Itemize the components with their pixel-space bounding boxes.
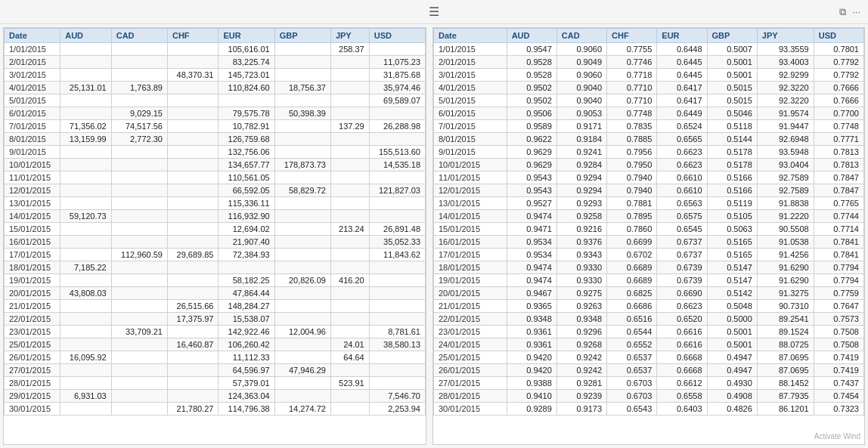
left-cell-r4-c7: 69,589.07 — [369, 94, 425, 107]
left-cell-r8-c4: 132,756.06 — [219, 146, 274, 159]
right-cell-r17-c2: 0.9330 — [556, 261, 606, 274]
left-cell-r8-c3 — [167, 146, 219, 159]
left-cell-r11-c0: 12/01/2015 — [5, 184, 60, 197]
left-cell-r23-c3: 16,460.87 — [167, 338, 219, 351]
left-cell-r21-c2 — [111, 313, 167, 326]
restore-icon[interactable]: ⧉ — [839, 6, 846, 18]
left-cell-r27-c5 — [274, 390, 330, 403]
left-cell-r7-c5 — [274, 133, 330, 146]
right-cell-r11-c5: 0.5166 — [707, 184, 757, 197]
more-icon[interactable]: ··· — [852, 6, 860, 17]
right-cell-r0-c2: 0.9060 — [556, 43, 606, 56]
right-cell-r26-c0: 27/01/2015 — [434, 377, 507, 390]
left-cell-r9-c7: 14,535.18 — [369, 159, 425, 171]
right-cell-r7-c2: 0.9184 — [556, 133, 606, 146]
right-cell-r0-c0: 1/01/2015 — [434, 43, 507, 56]
right-cell-r13-c7: 0.7744 — [814, 210, 863, 223]
right-cell-r12-c6: 91.8838 — [757, 197, 814, 210]
right-table-container[interactable]: DateAUDCADCHFEURGBPJPYUSD 1/01/20150.954… — [432, 27, 865, 445]
right-cell-r3-c4: 0.6417 — [657, 82, 707, 94]
right-cell-r8-c4: 0.6623 — [657, 146, 707, 159]
right-cell-r12-c5: 0.5119 — [707, 197, 757, 210]
left-col-header-usd: USD — [369, 29, 425, 43]
left-cell-r6-c6: 137.29 — [330, 120, 369, 133]
left-cell-r9-c2 — [111, 159, 167, 171]
table-row: 18/01/20157,185.22 — [5, 261, 426, 274]
left-cell-r20-c2 — [111, 300, 167, 313]
right-cell-r2-c7: 0.7792 — [814, 69, 863, 82]
left-cell-r18-c0: 19/01/2015 — [5, 274, 60, 287]
right-cell-r17-c4: 0.6739 — [657, 261, 707, 274]
table-row: 18/01/20150.94740.93300.66890.67390.5147… — [434, 261, 864, 274]
table-row: 15/01/20150.94710.92160.78600.65450.5063… — [434, 223, 864, 236]
left-cell-r18-c2 — [111, 274, 167, 287]
left-cell-r11-c2 — [111, 184, 167, 197]
left-cell-r6-c4: 10,782.91 — [219, 120, 274, 133]
left-cell-r0-c3 — [167, 43, 219, 56]
right-cell-r27-c7: 0.7454 — [814, 390, 863, 403]
left-cell-r1-c1 — [60, 56, 112, 69]
right-cell-r13-c1: 0.9474 — [507, 210, 556, 223]
table-row: 25/01/20150.94200.92420.65370.66680.4947… — [434, 351, 864, 364]
left-cell-r20-c6 — [330, 300, 369, 313]
left-cell-r2-c2 — [111, 69, 167, 82]
right-cell-r10-c6: 92.7589 — [757, 171, 814, 184]
left-cell-r25-c1 — [60, 364, 112, 377]
right-cell-r7-c6: 92.6948 — [757, 133, 814, 146]
right-cell-r26-c2: 0.9281 — [556, 377, 606, 390]
right-cell-r18-c7: 0.7794 — [814, 274, 863, 287]
right-cell-r21-c0: 22/01/2015 — [434, 313, 507, 326]
right-cell-r22-c5: 0.5001 — [707, 326, 757, 338]
left-cell-r12-c7 — [369, 197, 425, 210]
table-row: 2/01/20150.95280.90490.77460.64450.50019… — [434, 56, 864, 69]
right-cell-r8-c6: 93.5948 — [757, 146, 814, 159]
left-cell-r19-c5 — [274, 287, 330, 300]
right-cell-r27-c2: 0.9239 — [556, 390, 606, 403]
right-cell-r23-c2: 0.9268 — [556, 338, 606, 351]
right-cell-r19-c1: 0.9467 — [507, 287, 556, 300]
main-window: ☰ ⧉ ··· DateAUDCADCHFEURGBPJPYUSD 1/01/2… — [0, 0, 868, 448]
left-cell-r1-c6 — [330, 56, 369, 69]
left-cell-r5-c4: 79,575.78 — [219, 107, 274, 120]
left-cell-r10-c4: 110,561.05 — [219, 171, 274, 184]
table-row: 26/01/20150.94200.92420.65370.66680.4947… — [434, 364, 864, 377]
left-col-header-aud: AUD — [60, 29, 112, 43]
right-cell-r8-c2: 0.9241 — [556, 146, 606, 159]
right-cell-r24-c3: 0.6537 — [607, 351, 657, 364]
right-cell-r23-c0: 24/01/2015 — [434, 338, 507, 351]
left-cell-r17-c2 — [111, 261, 167, 274]
left-cell-r16-c5 — [274, 249, 330, 261]
right-cell-r13-c0: 14/01/2015 — [434, 210, 507, 223]
right-cell-r18-c2: 0.9330 — [556, 274, 606, 287]
right-cell-r5-c1: 0.9506 — [507, 107, 556, 120]
table-row: 6/01/20159,029.1579,575.7850,398.39 — [5, 107, 426, 120]
right-cell-r10-c2: 0.9294 — [556, 171, 606, 184]
table-row: 17/01/2015112,960.5929,689.8572,384.9311… — [5, 249, 426, 261]
left-cell-r25-c4: 64,596.97 — [219, 364, 274, 377]
left-cell-r12-c6 — [330, 197, 369, 210]
right-cell-r11-c1: 0.9543 — [507, 184, 556, 197]
left-table-container[interactable]: DateAUDCADCHFEURGBPJPYUSD 1/01/2015105,6… — [3, 27, 426, 445]
left-cell-r2-c7: 31,875.68 — [369, 69, 425, 82]
right-cell-r4-c1: 0.9502 — [507, 94, 556, 107]
right-cell-r15-c5: 0.5165 — [707, 236, 757, 249]
table-row: 4/01/20150.95020.90400.77100.64170.50159… — [434, 82, 864, 94]
right-cell-r24-c6: 87.0695 — [757, 351, 814, 364]
right-cell-r28-c7: 0.7323 — [814, 403, 863, 416]
right-cell-r21-c7: 0.7573 — [814, 313, 863, 326]
left-cell-r22-c3 — [167, 326, 219, 338]
table-row: 30/01/20150.92890.91730.65430.64030.4826… — [434, 403, 864, 416]
right-cell-r8-c5: 0.5178 — [707, 146, 757, 159]
table-row: 2/01/201583,225.7411,075.23 — [5, 56, 426, 69]
left-cell-r26-c2 — [111, 377, 167, 390]
right-cell-r15-c7: 0.7841 — [814, 236, 863, 249]
table-row: 21/01/20150.93650.92630.66860.66230.5048… — [434, 300, 864, 313]
right-cell-r7-c4: 0.6565 — [657, 133, 707, 146]
table-row: 26/01/201516,095.9211,112.3364.64 — [5, 351, 426, 364]
left-cell-r19-c1: 43,808.03 — [60, 287, 112, 300]
right-cell-r0-c3: 0.7755 — [607, 43, 657, 56]
right-cell-r4-c6: 92.3220 — [757, 94, 814, 107]
table-row: 22/01/20150.93480.93480.65160.65200.5000… — [434, 313, 864, 326]
menu-icon[interactable]: ☰ — [429, 5, 439, 19]
left-cell-r17-c7 — [369, 261, 425, 274]
